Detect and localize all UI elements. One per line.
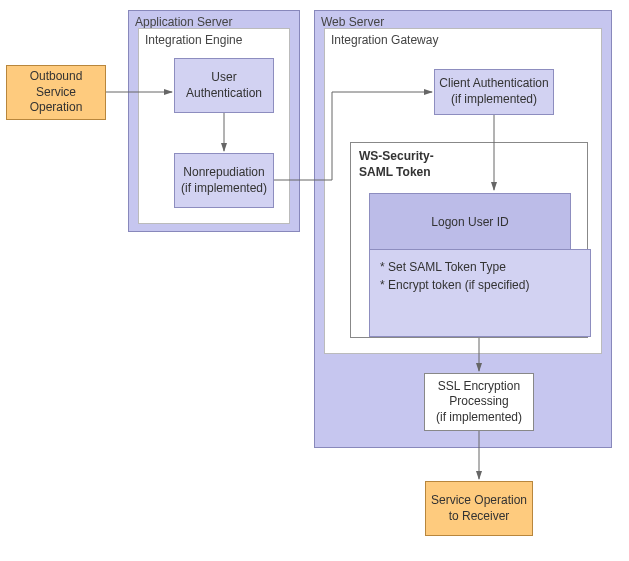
service-operation-receiver-node: Service Operation to Receiver [425,481,533,536]
nonrepudiation-node: Nonrepudiation (if implemented) [174,153,274,208]
client-authentication-node: Client Authentication (if implemented) [434,69,554,115]
logon-user-id-node: Logon User ID [369,193,571,250]
outbound-service-operation-text: Outbound Service Operation [11,69,101,116]
user-authentication-node: User Authentication [174,58,274,113]
integration-engine-label: Integration Engine [145,33,242,47]
ws-security-note1: * Set SAML Token Type [380,260,506,274]
ssl-encryption-text-line1: SSL Encryption Processing [438,379,520,409]
ws-security-notes-node: * Set SAML Token Type * Encrypt token (i… [369,249,591,337]
ws-security-title-line1: WS-Security- [359,149,434,163]
client-authentication-text-line1: Client Authentication [439,76,548,90]
ssl-encryption-node: SSL Encryption Processing (if implemente… [424,373,534,431]
integration-gateway-label: Integration Gateway [331,33,438,47]
web-server-label: Web Server [321,15,384,29]
logon-user-id-text: Logon User ID [431,215,508,229]
ssl-encryption-text-line2: (if implemented) [436,410,522,424]
outbound-service-operation-node: Outbound Service Operation [6,65,106,120]
application-server-label: Application Server [135,15,232,29]
user-authentication-text: User Authentication [179,70,269,101]
nonrepudiation-text-line2: (if implemented) [181,181,267,195]
ws-security-title-line2: SAML Token [359,165,431,179]
ws-security-note2: * Encrypt token (if specified) [380,278,529,292]
client-authentication-text-line2: (if implemented) [451,92,537,106]
ws-security-panel: WS-Security- SAML Token Logon User ID * … [350,142,588,338]
nonrepudiation-text-line1: Nonrepudiation [183,165,264,179]
service-operation-receiver-text: Service Operation to Receiver [430,493,528,524]
